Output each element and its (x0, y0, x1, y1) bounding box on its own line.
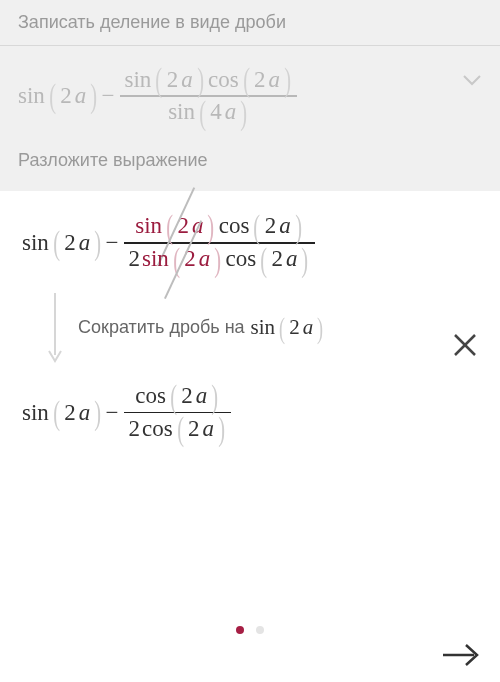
chevron-down-icon[interactable] (462, 72, 482, 84)
expanded-expression: sin (2a) − sin (2a) cos (2a) 2 sin (2a) (22, 211, 478, 275)
explanation-row: Сократить дробь на sin (2a) (48, 293, 478, 363)
step-title-2: Разложите выражение (18, 150, 482, 171)
pagination-dots[interactable] (0, 620, 500, 638)
close-icon[interactable] (450, 330, 480, 360)
result-expression: sin (2a) − cos (2a) 2 cos (2a) (22, 381, 478, 445)
arrow-down-icon (48, 293, 62, 363)
explanation-text: Сократить дробь на sin (2a) (78, 315, 325, 340)
dot-active[interactable] (236, 626, 244, 634)
step-title-1: Записать деление в виде дроби (18, 12, 482, 33)
cancelled-term-denominator: sin (2a) (142, 246, 224, 273)
previous-step-panel: Записать деление в виде дроби sin (2a) −… (0, 0, 500, 191)
detail-panel: sin (2a) − sin (2a) cos (2a) 2 sin (2a) (0, 191, 500, 455)
expression-sin2a-minus-frac: sin (2a) − sin (2a) cos (2a) sin (4a) (18, 64, 301, 128)
divider (0, 45, 500, 46)
dot-inactive[interactable] (256, 626, 264, 634)
cancelled-term-numerator: sin (2a) (135, 213, 217, 240)
next-arrow-icon[interactable] (440, 640, 480, 670)
collapsed-expression-row[interactable]: sin (2a) − sin (2a) cos (2a) sin (4a) (18, 64, 482, 128)
